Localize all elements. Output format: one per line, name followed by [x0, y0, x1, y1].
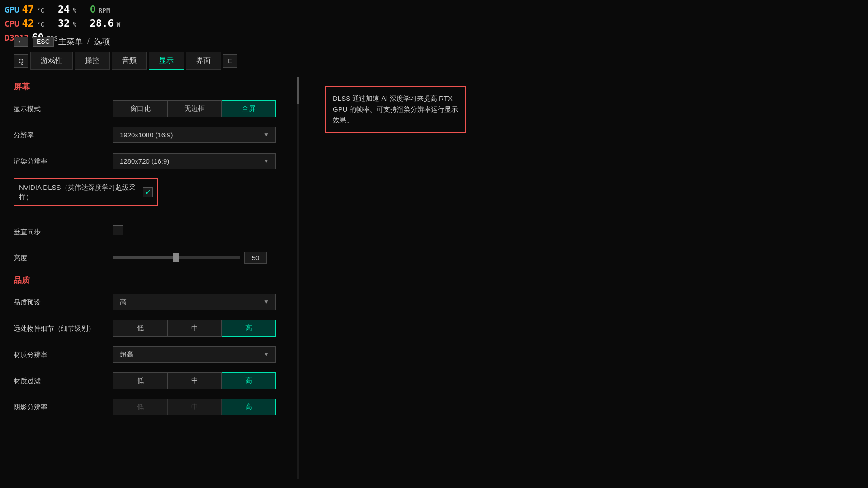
hud-gpu-temp-unit: °C	[37, 6, 44, 15]
texture-filter-control: 低 中 高	[113, 372, 321, 389]
lod-high[interactable]: 高	[222, 320, 276, 337]
nav-menu-label[interactable]: 主菜单	[58, 36, 83, 47]
hud-cpu-temp: 42	[22, 17, 34, 31]
display-mode-row: 显示模式 窗口化 无边框 全屏	[14, 99, 321, 117]
settings-panel: 屏幕 显示模式 窗口化 无边框 全屏 分辨率 868x488 (16:9) …	[14, 77, 321, 479]
lod-control: 低 中 高	[113, 320, 321, 337]
nav-back-button[interactable]: ←	[14, 37, 28, 47]
display-mode-borderless[interactable]: 无边框	[167, 100, 222, 117]
texture-res-value: 超高	[120, 350, 133, 359]
quality-preset-dropdown[interactable]: 高 ▼	[113, 294, 276, 310]
hud-gpu-rpm-unit: RPM	[99, 6, 110, 15]
lod-low[interactable]: 低	[113, 320, 167, 337]
dlss-checkmark: ✓	[145, 188, 151, 197]
resolution-value: 868x488 (16:9)	[120, 131, 173, 139]
dlss-control-box[interactable]: NVIDIA DLSS（英伟达深度学习超级采样） ✓	[14, 178, 158, 206]
vsync-control	[113, 225, 321, 237]
tab-audio[interactable]: 音频	[112, 52, 147, 70]
quality-preset-label: 品质预设	[14, 297, 113, 307]
resolution-dropdown[interactable]: 868x488 (16:9) ▼	[113, 127, 276, 143]
dlss-label: NVIDIA DLSS（英伟达深度学习超级采样）	[19, 183, 138, 202]
dlss-row: NVIDIA DLSS（英伟达深度学习超级采样） ✓	[14, 178, 321, 214]
hud-gpu-temp: 47	[22, 3, 34, 17]
quality-preset-value: 高	[120, 298, 127, 306]
display-mode-button-group: 窗口化 无边框 全屏	[113, 100, 321, 117]
brightness-control: 50	[113, 252, 321, 264]
screen-section-title: 屏幕	[14, 81, 321, 92]
shadow-res-control: 低 中 高	[113, 399, 321, 415]
shadow-res-label: 阴影分辨率	[14, 402, 113, 412]
texture-filter-low[interactable]: 低	[113, 372, 167, 389]
vsync-row: 垂直同步	[14, 222, 321, 240]
tab-display[interactable]: 显示	[149, 52, 184, 70]
texture-filter-mid[interactable]: 中	[167, 372, 222, 389]
quality-section-title: 品质	[14, 275, 321, 286]
texture-filter-row: 材质过滤 低 中 高	[14, 371, 321, 389]
vsync-checkbox[interactable]	[113, 225, 123, 235]
render-resolution-dropdown[interactable]: 1280x720 (16:9) ▼	[113, 153, 276, 169]
render-resolution-control: 1280x720 (16:9) ▼	[113, 153, 321, 169]
render-resolution-value: 1280x720 (16:9)	[120, 157, 169, 165]
brightness-slider-fill	[113, 256, 176, 259]
lod-mid[interactable]: 中	[167, 320, 222, 337]
tab-gameplay[interactable]: 游戏性	[30, 52, 73, 70]
shadow-res-low[interactable]: 低	[113, 399, 167, 415]
tab-controls[interactable]: 操控	[75, 52, 110, 70]
nav-separator: /	[87, 37, 90, 47]
tab-bar: Q 游戏性 操控 音频 显示 界面 E	[14, 52, 237, 70]
hud-gpu-percent: 24	[58, 3, 70, 17]
tab-e-key[interactable]: E	[223, 54, 237, 68]
hud-cpu-percent-unit: %	[72, 20, 76, 29]
hud-cpu-label: CPU	[5, 18, 19, 29]
hud-cpu-percent: 32	[58, 17, 70, 31]
resolution-row: 分辨率 868x488 (16:9) ▼	[14, 126, 321, 144]
brightness-slider-thumb[interactable]	[173, 253, 179, 262]
brightness-row: 亮度 50	[14, 249, 321, 267]
hud-gpu-label: GPU	[5, 4, 19, 15]
shadow-res-mid[interactable]: 中	[167, 399, 222, 415]
display-mode-fullscreen[interactable]: 全屏	[222, 100, 276, 117]
nav-bar: ← ESC 主菜单 / 选项	[14, 36, 110, 47]
quality-preset-row: 品质预设 高 ▼	[14, 293, 321, 311]
resolution-dropdown-arrow: ▼	[264, 131, 269, 138]
tab-q-key[interactable]: Q	[14, 54, 28, 68]
hud-cpu-temp-unit: °C	[37, 20, 44, 29]
brightness-slider-container: 50	[113, 252, 321, 264]
brightness-label: 亮度	[14, 253, 113, 263]
shadow-res-button-group: 低 中 高	[113, 399, 321, 415]
texture-res-arrow: ▼	[264, 351, 269, 357]
nav-current-page: 选项	[94, 36, 110, 47]
hud-gpu-percent-unit: %	[72, 6, 76, 15]
shadow-res-row: 阴影分辨率 低 中 高	[14, 398, 321, 416]
hud-cpu-watt: 28.6	[90, 17, 114, 31]
brightness-slider-track[interactable]	[113, 256, 240, 259]
esc-key[interactable]: ESC	[33, 37, 54, 47]
hud-gpu-row: GPU 47 °C 24 % 0 RPM	[5, 3, 120, 17]
render-resolution-row: 渲染分辨率 1280x720 (16:9) ▼	[14, 152, 321, 170]
tab-interface[interactable]: 界面	[186, 52, 221, 70]
texture-filter-button-group: 低 中 高	[113, 372, 321, 389]
render-resolution-label: 渲染分辨率	[14, 156, 113, 166]
resolution-control: 868x488 (16:9) ▼	[113, 127, 321, 143]
scroll-thumb[interactable]	[297, 77, 299, 104]
shadow-res-high[interactable]: 高	[222, 399, 276, 415]
hud-gpu-rpm: 0	[90, 3, 96, 17]
lod-label: 远处物件细节（细节级别）	[14, 324, 113, 333]
info-tooltip-text: DLSS 通过加速 AI 深度学习来提高 RTX GPU 的帧率。可支持渲染分辨…	[333, 94, 458, 124]
texture-res-row: 材质分辨率 超高 ▼	[14, 345, 321, 363]
lod-button-group: 低 中 高	[113, 320, 321, 337]
display-mode-label: 显示模式	[14, 104, 113, 113]
info-tooltip-box: DLSS 通过加速 AI 深度学习来提高 RTX GPU 的帧率。可支持渲染分辨…	[326, 86, 466, 133]
lod-row: 远处物件细节（细节级别） 低 中 高	[14, 319, 321, 337]
display-mode-control: 窗口化 无边框 全屏	[113, 100, 321, 117]
display-mode-windowed[interactable]: 窗口化	[113, 100, 167, 117]
texture-filter-high[interactable]: 高	[222, 372, 276, 389]
texture-filter-label: 材质过滤	[14, 376, 113, 385]
dlss-checkbox[interactable]: ✓	[143, 187, 153, 197]
resolution-label: 分辨率	[14, 130, 113, 140]
texture-res-label: 材质分辨率	[14, 350, 113, 359]
quality-preset-arrow: ▼	[264, 299, 269, 305]
quality-preset-control: 高 ▼	[113, 294, 321, 310]
texture-res-dropdown[interactable]: 超高 ▼	[113, 346, 276, 363]
vsync-label: 垂直同步	[14, 227, 113, 236]
